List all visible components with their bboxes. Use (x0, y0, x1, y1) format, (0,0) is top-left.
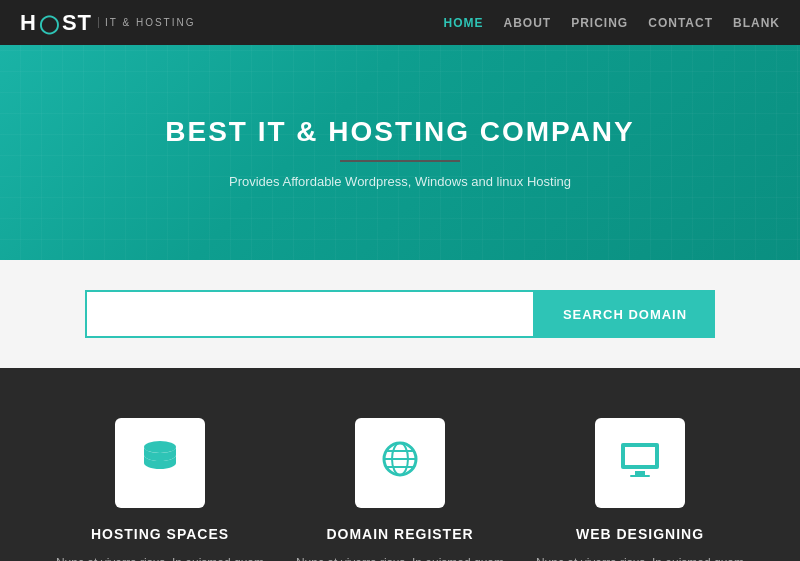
nav-item-contact[interactable]: CONTACT (648, 16, 713, 30)
domain-icon-box (355, 418, 445, 508)
search-domain-button[interactable]: SEARCH DOMAIN (535, 290, 715, 338)
nav-item-home[interactable]: HOME (444, 16, 484, 30)
hero-subtitle: Provides Affordable Wordpress, Windows a… (229, 174, 571, 189)
database-icon (138, 437, 182, 490)
globe-register-icon (378, 437, 422, 490)
logo-text: H◯ST (20, 10, 92, 36)
svg-rect-8 (635, 471, 645, 475)
features-section: HOSTING SPACES Nunc at viverra risus. In… (0, 368, 800, 561)
webdesign-icon-box (595, 418, 685, 508)
nav-item-pricing[interactable]: PRICING (571, 16, 628, 30)
search-section: SEARCH DOMAIN (0, 260, 800, 368)
logo-box: H◯ST IT & HOSTING (20, 10, 196, 36)
feature-card-domain: DOMAIN REGISTER Nunc at viverra risus. I… (290, 418, 510, 561)
svg-rect-9 (630, 475, 650, 477)
nav-item-about[interactable]: ABOUT (504, 16, 552, 30)
nav-item-blank[interactable]: BLANK (733, 16, 780, 30)
feature-card-webdesign: WEB DESIGNING Nunc at viverra risus. In … (530, 418, 750, 561)
webdesign-desc: Nunc at viverra risus. In euismod quam a… (530, 554, 750, 561)
hero-title: BEST IT & HOSTING COMPANY (165, 116, 635, 148)
header: H◯ST IT & HOSTING HOME ABOUT PRICING CON… (0, 0, 800, 45)
hosting-title: HOSTING SPACES (91, 526, 229, 542)
domain-title: DOMAIN REGISTER (326, 526, 473, 542)
globe-icon: ◯ (39, 13, 60, 35)
search-input[interactable] (85, 290, 535, 338)
webdesign-title: WEB DESIGNING (576, 526, 704, 542)
logo-subtitle: IT & HOSTING (98, 17, 196, 28)
domain-desc: Nunc at viverra risus. In euismod quam a… (290, 554, 510, 561)
monitor-icon (617, 437, 663, 490)
logo-area: H◯ST IT & HOSTING (20, 10, 196, 36)
svg-rect-7 (625, 447, 655, 465)
hero-divider (340, 160, 460, 162)
feature-card-hosting: HOSTING SPACES Nunc at viverra risus. In… (50, 418, 270, 561)
hosting-icon-box (115, 418, 205, 508)
svg-point-0 (144, 441, 176, 453)
hosting-desc: Nunc at viverra risus. In euismod quam a… (50, 554, 270, 561)
hero-section: BEST IT & HOSTING COMPANY Provides Affor… (0, 45, 800, 260)
main-nav: HOME ABOUT PRICING CONTACT BLANK (444, 16, 780, 30)
